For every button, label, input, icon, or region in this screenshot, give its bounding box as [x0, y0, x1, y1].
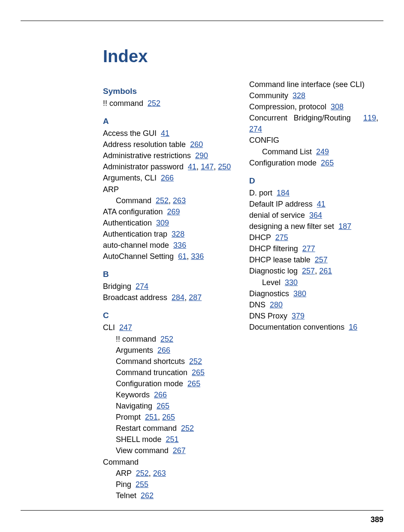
page-link[interactable]: 265 — [157, 402, 169, 410]
page-link[interactable]: 247 — [119, 323, 132, 332]
index-entry-text: Administrative restrictions — [103, 151, 195, 160]
page-link[interactable]: 41 — [317, 200, 326, 208]
page-link[interactable]: 308 — [331, 102, 344, 111]
page-link[interactable]: 280 — [270, 301, 283, 309]
index-entry-text: Level — [262, 278, 285, 287]
page-link[interactable]: 275 — [275, 233, 288, 242]
index-entry: Administrator password 41, 147, 250 — [103, 161, 232, 172]
page-link[interactable]: 255 — [136, 480, 148, 489]
page-link[interactable]: 252 — [160, 335, 173, 343]
index-entry: CLI 247 — [103, 322, 232, 333]
page-link[interactable]: 262 — [141, 491, 154, 500]
page-link[interactable]: 252 — [181, 424, 194, 433]
page-link[interactable]: 249 — [316, 147, 329, 156]
page-link[interactable]: 380 — [293, 289, 306, 298]
page-number: 389 — [371, 515, 383, 524]
page-link[interactable]: 251 — [166, 435, 178, 444]
index-entry-text: CLI — [103, 323, 119, 332]
index-entry: designing a new filter set 187 — [249, 221, 378, 232]
index-entry: Command truncation 265 — [103, 367, 232, 378]
index-entry: Level 330 — [249, 277, 378, 288]
index-entry-text: Arguments, CLI — [103, 174, 161, 182]
page-link[interactable]: 252 — [136, 469, 149, 478]
page-link[interactable]: 266 — [161, 174, 174, 182]
page-title: Index — [103, 47, 378, 66]
page-link[interactable]: 119 — [363, 114, 376, 122]
page-link[interactable]: 41 — [188, 162, 196, 171]
page-link[interactable]: 251 — [145, 413, 158, 421]
page-link[interactable]: 252 — [148, 99, 160, 108]
index-entry: Command 252, 263 — [103, 195, 232, 206]
page-link[interactable]: 290 — [195, 151, 208, 160]
index-entry: SHELL mode 251 — [103, 434, 232, 445]
index-entry-text: Documentation conventions — [249, 323, 349, 331]
index-entry-text: !! command — [103, 99, 148, 108]
index-entry-text: Administrator password — [103, 162, 188, 171]
page-link[interactable]: 336 — [173, 241, 186, 249]
index-entry: Ping 255 — [103, 479, 232, 490]
page-link[interactable]: 61 — [178, 252, 187, 261]
index-entry-text: Prompt — [116, 413, 145, 421]
page-link[interactable]: 184 — [277, 189, 289, 197]
separator: , — [184, 293, 189, 302]
page-link[interactable]: 265 — [321, 159, 334, 167]
page-link[interactable]: 261 — [319, 267, 332, 275]
page-link[interactable]: 266 — [157, 346, 170, 355]
index-entry: denial of service 364 — [249, 210, 378, 221]
page-link[interactable]: 263 — [153, 469, 166, 478]
page-link[interactable]: 252 — [156, 196, 169, 205]
index-entry-text: ATA configuration — [103, 207, 167, 216]
page-link[interactable]: 265 — [162, 413, 175, 421]
page-link[interactable]: 336 — [191, 252, 204, 261]
page-content: Index Symbols!! command 252AAccess the G… — [0, 21, 404, 520]
page-link[interactable]: 287 — [189, 293, 202, 302]
page-link[interactable]: 309 — [156, 219, 169, 227]
page-link[interactable]: 274 — [249, 125, 262, 133]
page-link[interactable]: 265 — [192, 368, 205, 377]
index-entry: CONFIG — [249, 135, 378, 146]
index-entry-text: Command — [116, 196, 156, 205]
index-entry-text: Address resolution table — [103, 140, 190, 149]
separator: , — [376, 114, 378, 122]
section-heading: C — [103, 311, 232, 320]
index-entry: !! command 252 — [103, 334, 232, 345]
index-entry-text: DHCP filtering — [249, 244, 302, 253]
page-link[interactable]: 330 — [285, 278, 298, 287]
page-link[interactable]: 284 — [172, 293, 184, 302]
bottom-rule — [21, 510, 383, 511]
index-entry: Configuration mode 265 — [103, 378, 232, 389]
index-entry-text: Command — [103, 458, 139, 466]
page-link[interactable]: 187 — [338, 222, 351, 231]
page-link[interactable]: 147 — [201, 162, 214, 171]
separator: , — [315, 267, 319, 275]
separator: , — [187, 252, 191, 261]
page-link[interactable]: 277 — [302, 244, 315, 253]
page-link[interactable]: 328 — [172, 230, 184, 238]
page-link[interactable]: 274 — [136, 282, 148, 291]
index-entry: Navigating 265 — [103, 400, 232, 412]
page-link[interactable]: 260 — [190, 140, 203, 149]
page-link[interactable]: 267 — [173, 446, 186, 455]
page-link[interactable]: 328 — [292, 91, 305, 100]
page-link[interactable]: 266 — [154, 391, 167, 399]
index-entry-text: Command line interface (see CLI) — [249, 80, 365, 89]
index-entry: DNS 280 — [249, 299, 378, 310]
section-heading: A — [103, 117, 232, 126]
page-link[interactable]: 265 — [187, 379, 200, 388]
index-entry: D. port 184 — [249, 187, 378, 198]
separator: , — [214, 162, 218, 171]
index-entry-text: Command List — [262, 147, 316, 156]
page-link[interactable]: 16 — [349, 323, 357, 331]
page-link[interactable]: 257 — [315, 255, 328, 264]
page-link[interactable]: 250 — [218, 162, 231, 171]
page-link[interactable]: 252 — [189, 357, 202, 366]
page-link[interactable]: 269 — [167, 207, 180, 216]
index-entry-text: DHCP lease table — [249, 255, 315, 264]
index-entry: Restart command 252 — [103, 423, 232, 434]
page-link[interactable]: 364 — [309, 211, 322, 219]
page-link[interactable]: 41 — [161, 129, 169, 138]
page-link[interactable]: 263 — [173, 196, 186, 205]
page-link[interactable]: 379 — [292, 312, 305, 320]
index-entry-text: SHELL mode — [116, 435, 166, 444]
page-link[interactable]: 257 — [302, 267, 315, 275]
